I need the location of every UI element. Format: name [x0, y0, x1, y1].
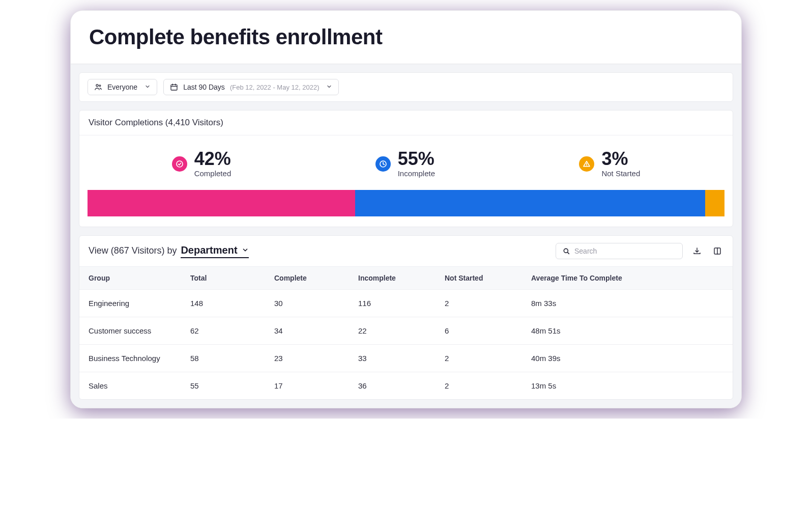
daterange-filter-sub: (Feb 12, 2022 - May 12, 2022): [230, 84, 320, 91]
cell-notstarted: 2: [436, 372, 522, 400]
svg-line-11: [567, 252, 569, 254]
cell-group: Sales: [79, 372, 181, 400]
cell-avg: 8m 33s: [522, 290, 733, 317]
cell-total: 148: [181, 290, 265, 317]
svg-point-0: [96, 85, 98, 87]
table-row[interactable]: Engineering 148 30 116 2 8m 33s: [79, 290, 733, 317]
search-icon: [562, 247, 570, 255]
cell-group: Engineering: [79, 290, 181, 317]
cell-avg: 48m 51s: [522, 317, 733, 345]
check-circle-icon: [172, 156, 187, 172]
page-header: Complete benefits enrollment: [71, 11, 741, 64]
cell-complete: 23: [265, 345, 349, 372]
cell-incomplete: 36: [349, 372, 436, 400]
col-header-incomplete[interactable]: Incomplete: [349, 267, 436, 290]
calendar-icon: [170, 83, 178, 91]
search-input[interactable]: [574, 247, 676, 255]
cell-avg: 13m 5s: [522, 372, 733, 400]
chevron-down-icon: [144, 83, 151, 91]
stat-notstarted-label: Not Started: [601, 169, 640, 178]
cell-notstarted: 2: [436, 290, 522, 317]
stat-incomplete: 55% Incomplete: [375, 150, 435, 178]
columns-button[interactable]: [711, 245, 723, 257]
stat-completed-value: 42%: [194, 150, 231, 168]
table-body: Engineering 148 30 116 2 8m 33s Customer…: [79, 290, 733, 400]
col-header-notstarted[interactable]: Not Started: [436, 267, 522, 290]
cell-notstarted: 2: [436, 345, 522, 372]
content-area: Everyone Last 90 Days (Feb 12, 2022 - Ma…: [71, 64, 741, 408]
filter-bar: Everyone Last 90 Days (Feb 12, 2022 - Ma…: [79, 72, 733, 102]
cell-group: Business Technology: [79, 345, 181, 372]
progress-segment-completed: [88, 190, 355, 216]
cell-incomplete: 33: [349, 345, 436, 372]
completions-panel: Visitor Completions (4,410 Visitors) 42%…: [79, 110, 733, 227]
download-button[interactable]: [691, 245, 703, 257]
groupby-label: Department: [181, 244, 237, 256]
breakdown-header: View (867 Visitors) by Department: [79, 236, 733, 267]
col-header-complete[interactable]: Complete: [265, 267, 349, 290]
stat-completed: 42% Completed: [172, 150, 231, 178]
table-row[interactable]: Customer success 62 34 22 6 48m 51s: [79, 317, 733, 345]
cell-complete: 17: [265, 372, 349, 400]
completions-stats: 42% Completed 55% Incomplete: [79, 135, 733, 190]
users-icon: [94, 83, 102, 91]
segment-filter-label: Everyone: [107, 83, 137, 91]
table-row[interactable]: Business Technology 58 23 33 2 40m 39s: [79, 345, 733, 372]
completions-progress-bar: [88, 190, 724, 216]
daterange-filter-label: Last 90 Days: [183, 83, 225, 91]
progress-segment-incomplete: [355, 190, 706, 216]
stat-incomplete-value: 55%: [398, 150, 435, 168]
stat-incomplete-label: Incomplete: [398, 169, 435, 178]
progress-segment-notstarted: [705, 190, 724, 216]
completions-header: Visitor Completions (4,410 Visitors): [79, 110, 733, 135]
cell-incomplete: 116: [349, 290, 436, 317]
col-header-avg[interactable]: Average Time To Complete: [522, 267, 733, 290]
stat-notstarted: 3% Not Started: [579, 150, 640, 178]
cell-group: Customer success: [79, 317, 181, 345]
daterange-filter[interactable]: Last 90 Days (Feb 12, 2022 - May 12, 202…: [163, 79, 339, 95]
app-window: Complete benefits enrollment Everyone: [70, 10, 742, 408]
svg-rect-2: [171, 85, 177, 90]
cell-total: 62: [181, 317, 265, 345]
search-input-wrap[interactable]: [556, 243, 683, 259]
chevron-down-icon: [242, 244, 249, 256]
cell-avg: 40m 39s: [522, 345, 733, 372]
cell-complete: 34: [265, 317, 349, 345]
stat-completed-label: Completed: [194, 169, 231, 178]
svg-point-1: [99, 85, 101, 87]
col-header-total[interactable]: Total: [181, 267, 265, 290]
groupby-select[interactable]: Department: [181, 244, 248, 258]
col-header-group[interactable]: Group: [79, 267, 181, 290]
table-row[interactable]: Sales 55 17 36 2 13m 5s: [79, 372, 733, 400]
view-prefix: View (867 Visitors) by: [89, 245, 177, 256]
chevron-down-icon: [326, 83, 332, 91]
clock-icon: [375, 156, 391, 172]
cell-total: 55: [181, 372, 265, 400]
cell-incomplete: 22: [349, 317, 436, 345]
alert-triangle-icon: [579, 156, 594, 172]
breakdown-panel: View (867 Visitors) by Department: [79, 235, 733, 400]
stat-notstarted-value: 3%: [601, 150, 640, 168]
segment-filter[interactable]: Everyone: [88, 79, 157, 95]
cell-complete: 30: [265, 290, 349, 317]
cell-total: 58: [181, 345, 265, 372]
breakdown-table: Group Total Complete Incomplete Not Star…: [79, 267, 733, 399]
table-header-row: Group Total Complete Incomplete Not Star…: [79, 267, 733, 290]
cell-notstarted: 6: [436, 317, 522, 345]
page-title: Complete benefits enrollment: [89, 25, 723, 49]
